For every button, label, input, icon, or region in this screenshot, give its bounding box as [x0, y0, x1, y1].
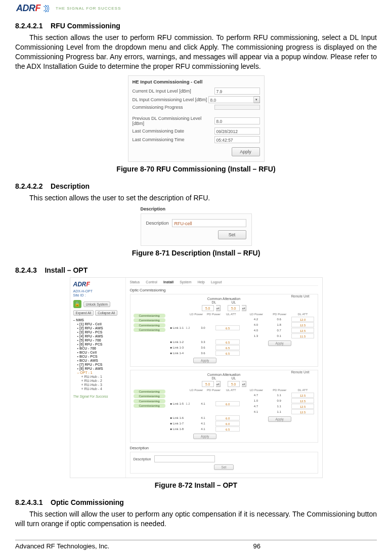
section-8-2-4-3-heading: 8.2.4.3 Install – OPT: [15, 266, 377, 274]
figure-8-72: ADRF ADX-H-OPT Site ID : 🔒 Unlock System…: [15, 277, 377, 489]
tree-item[interactable]: • BCU - AWS: [73, 358, 123, 362]
tree-hub-item[interactable]: + RU-Hub - 2: [73, 378, 123, 382]
set-button[interactable]: Set: [214, 464, 234, 470]
ul-att-input[interactable]: 6.5: [215, 426, 240, 432]
tree-item[interactable]: • BCU - 700: [73, 346, 123, 350]
ul-att-input[interactable]: 5.0: [228, 305, 240, 311]
dl-att-input[interactable]: 12.5: [291, 322, 315, 327]
pd-power-value: 3.3: [192, 339, 215, 345]
tree-item[interactable]: • [1] RFU - Cell: [73, 322, 123, 326]
tree-item[interactable]: • BCU - Cell: [73, 350, 123, 354]
tree-hub-item[interactable]: + RU-Hub - 4: [73, 387, 123, 391]
chevron-down-icon[interactable]: ▾: [254, 96, 260, 103]
dl-att-input[interactable]: 12.0: [291, 317, 315, 322]
section-title: Optic Commissioning: [51, 498, 124, 506]
main-content: StatusControlInstallSystemHelpLogout Opt…: [126, 278, 322, 478]
ul-att-input[interactable]: 6.5: [215, 325, 240, 330]
apply-button[interactable]: Apply: [193, 434, 216, 439]
commissioning-badge[interactable]: Commissioning: [134, 404, 165, 408]
tab-help[interactable]: Help: [198, 280, 205, 284]
sidebar: ADRF ADX-H-OPT Site ID : 🔒 Unlock System…: [70, 278, 126, 478]
device-tree[interactable]: – NMS • [1] RFU - Cell• [2] RFU - AWS• […: [73, 318, 123, 391]
tree-item[interactable]: • [2] RFU - AWS: [73, 326, 123, 330]
pd-power-value: 4.1: [192, 401, 215, 406]
tree-item[interactable]: • [6] RFU - PCS: [73, 342, 123, 346]
apply-button[interactable]: Apply: [268, 416, 291, 422]
ld-power-value: 1.0: [245, 398, 267, 403]
tree-item[interactable]: • [5] RFU - 700: [73, 338, 123, 342]
dl-commissioning-level-select[interactable]: 8.0: [208, 96, 254, 103]
commissioning-badge[interactable]: Commissioning: [134, 314, 165, 318]
commissioning-badge[interactable]: Commissioning: [134, 328, 165, 332]
spinner-icon[interactable]: ▴▾: [242, 381, 246, 387]
link-label: ■ Link 1-7: [170, 422, 185, 425]
apply-button[interactable]: Apply: [268, 340, 291, 346]
optic-commissioning-title: Optic Commissioning: [130, 288, 318, 292]
link-label: ■ Link 1-6: [170, 416, 185, 419]
dl-att-input[interactable]: 12.5: [291, 393, 315, 398]
dl-att-input[interactable]: 5.0: [202, 381, 214, 387]
pd-power-value: 3.0: [192, 325, 215, 330]
spinner-icon[interactable]: ▴▾: [216, 305, 221, 311]
description-input[interactable]: [154, 455, 215, 462]
section-number: 8.2.4.2.2: [15, 182, 43, 190]
ul-label: UL: [232, 376, 236, 380]
description-input[interactable]: RFU-cell: [172, 219, 246, 227]
dl-att-input[interactable]: 12.5: [291, 328, 315, 333]
tree-opt[interactable]: – OPT - 1: [73, 370, 123, 374]
ul-att-input[interactable]: 6.0: [215, 421, 240, 426]
tab-control[interactable]: Control: [146, 280, 157, 284]
sidebar-brand: ADRF: [73, 281, 123, 288]
pd-power-value: 0.9: [268, 398, 290, 403]
tab-logout[interactable]: Logout: [211, 280, 222, 284]
ld-power-value: 4.0: [245, 328, 267, 333]
dl-att-input[interactable]: 12.5: [291, 409, 315, 414]
ld-power-value: 4.1: [245, 409, 267, 414]
dl-att-input[interactable]: 5.0: [202, 305, 214, 311]
remote-unit-label: Remote Unit: [291, 370, 309, 374]
section-8-2-4-2-2-heading: 8.2.4.2.2 Description: [15, 182, 377, 190]
tree-item[interactable]: • [4] RFU - AWS: [73, 334, 123, 338]
tree-hub-item[interactable]: + RU-Hub - 1: [73, 374, 123, 378]
ul-att-input[interactable]: 5.0: [228, 381, 240, 387]
pd-power-value: 4.1: [192, 421, 215, 426]
previous-dl-level-value: 8.0: [214, 117, 260, 124]
spinner-icon[interactable]: ▴▾: [242, 305, 246, 311]
tree-item[interactable]: • [7] RFU - PCS: [73, 362, 123, 366]
pd-power-value: 1.1: [268, 409, 290, 414]
ul-att-input[interactable]: 6.5: [215, 339, 240, 345]
last-commissioning-date-label: Last Commissioning Date: [133, 129, 214, 134]
unlock-system-button[interactable]: Unlock System: [83, 302, 110, 307]
apply-button[interactable]: Apply: [232, 147, 260, 156]
common-attenuation-label: Common Attenuation: [134, 373, 315, 376]
collapse-all-button[interactable]: Collapse All: [95, 310, 117, 316]
tab-system[interactable]: System: [180, 280, 191, 284]
commissioning-badge[interactable]: Commissioning: [134, 390, 165, 394]
tab-install[interactable]: Install: [163, 280, 173, 284]
commissioning-badge[interactable]: Commissioning: [134, 394, 165, 398]
tree-item[interactable]: • BCU - PCS: [73, 354, 123, 358]
he-input-commissioning-panel: HE Input Commissioning - Cell Current DL…: [128, 75, 265, 162]
dl-att-input[interactable]: 12.5: [291, 398, 315, 403]
ul-att-input[interactable]: 6.0: [215, 415, 240, 420]
tree-item[interactable]: • [3] RFU - PCS: [73, 330, 123, 334]
tab-status[interactable]: Status: [130, 280, 140, 284]
commissioning-badge[interactable]: Commissioning: [134, 399, 165, 403]
dl-label: DL: [212, 376, 216, 380]
tree-hub-item[interactable]: + RU-Hub - 3: [73, 382, 123, 387]
ul-att-input[interactable]: 6.5: [215, 351, 240, 356]
apply-button[interactable]: Apply: [193, 358, 216, 363]
ul-att-input[interactable]: 6.0: [215, 401, 240, 406]
expand-all-button[interactable]: Expand All: [73, 310, 94, 316]
dl-att-input[interactable]: 11.5: [291, 333, 315, 338]
set-button[interactable]: Set: [218, 230, 246, 239]
commissioning-badge[interactable]: Commissioning: [134, 318, 165, 322]
commissioning-badge[interactable]: Commissioning: [134, 323, 165, 327]
brand-header: ADRF THE SIGNAL FOR SUCCESS: [15, 0, 377, 19]
dl-att-input[interactable]: 12.5: [291, 404, 315, 409]
ld-power-value: 4.0: [245, 322, 267, 327]
spinner-icon[interactable]: ▴▾: [216, 381, 221, 387]
tree-item[interactable]: • [8] RFU - AWS: [73, 366, 123, 370]
tree-root[interactable]: – NMS: [73, 318, 123, 322]
ul-att-input[interactable]: 6.5: [215, 345, 240, 350]
